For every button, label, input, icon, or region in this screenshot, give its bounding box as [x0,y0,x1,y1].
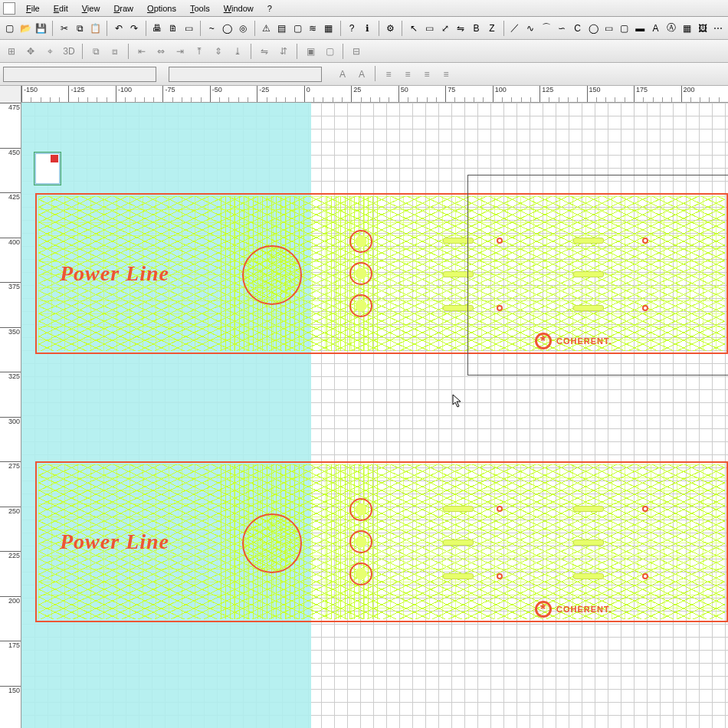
ruler-v-tick: 200 [0,596,21,605]
ruler-v-tick: 175 [0,641,21,649]
ruler-h-tick: 75 [445,86,455,102]
ellipse-icon[interactable]: ◯ [586,20,599,37]
select-icon[interactable]: ▭ [422,20,435,37]
redo-icon[interactable]: ↷ [127,20,140,37]
design-object[interactable]: Power LineCOHERENT. [35,461,728,622]
layer-combo[interactable] [3,67,156,82]
print-preview-icon[interactable]: 🗎 [166,20,179,37]
gear-icon[interactable]: ⚙ [384,20,397,37]
menu-view[interactable]: View [76,2,107,15]
menu-options[interactable]: Options [141,2,182,15]
align-m-icon: ⇕ [210,43,227,60]
polyline-icon[interactable]: ∿ [524,20,537,37]
small-circle [349,230,372,253]
separator [254,21,255,36]
ruler-h-tick: 25 [351,86,361,102]
separator [343,44,343,59]
menu-?[interactable]: ? [261,2,278,15]
box-icon[interactable]: ▢ [290,20,303,37]
help-icon[interactable]: ? [345,20,358,37]
ruler-h-tick: -50 [210,86,222,102]
align-c-icon: ⇔ [152,43,169,60]
center-icon: ✥ [22,43,39,60]
menu-draw[interactable]: Draw [107,2,139,15]
line-icon[interactable]: ／ [508,20,521,37]
align-right-icon: ≡ [418,66,435,83]
rect-icon[interactable]: ▭ [602,20,615,37]
cut-icon[interactable]: ✂ [57,20,71,37]
ruler-v-tick: 400 [0,238,21,246]
c-icon[interactable]: C [571,20,584,37]
target-icon[interactable]: ◎ [236,20,249,37]
small-circle [349,562,372,585]
design-label: Power Line [60,530,169,554]
flip-v-icon: ⇵ [275,43,292,60]
fontsize-down-icon: A [334,66,351,83]
canvas[interactable]: Power LineCOHERENT.Power LineCOHERENT. [21,103,728,728]
bold-icon[interactable]: B [470,20,483,37]
separator [128,44,129,59]
small-circle [349,262,372,285]
separator [402,21,402,36]
more-icon[interactable]: ⋯ [712,20,725,37]
small-circle [349,294,372,317]
image-icon[interactable]: 🖼 [696,20,709,37]
pointer-icon[interactable]: ↖ [407,20,420,37]
separator [107,21,107,36]
circle-tool-icon[interactable]: ◯ [221,20,234,37]
fill-icon[interactable]: ▬ [634,20,647,37]
print-icon[interactable]: 🖶 [151,20,164,37]
page-icon[interactable]: ▭ [182,20,195,37]
separator [251,44,251,59]
new-icon[interactable]: ▢ [3,20,16,37]
separator [503,21,504,36]
info-icon[interactable]: ℹ [361,20,374,37]
small-circle [349,498,372,521]
ruler-horizontal[interactable]: -150-125-100-75-50-250255075100125150175… [21,86,728,102]
page-thumbnail[interactable] [34,152,61,185]
strike-icon[interactable]: Z [485,20,498,37]
grid-icon[interactable]: ▦ [322,20,335,37]
ruler-v-tick: 350 [0,327,21,336]
ruler-v-tick: 475 [0,103,21,111]
toolbar-text: AA≡≡≡≡ [0,63,728,86]
menu-window[interactable]: Window [218,2,260,15]
ruler-h-tick: -25 [257,86,269,102]
path-icon[interactable]: ~ [205,20,218,37]
table-icon[interactable]: ▦ [680,20,694,37]
ruler-h-tick: -75 [162,86,175,102]
anno-icon[interactable]: Ⓐ [664,20,677,37]
curve-icon[interactable]: ∽ [555,20,568,37]
menu-bar: FileEditViewDrawOptionsToolsWindow? [0,0,728,17]
ruler-v-tick: 275 [0,461,21,470]
open-icon[interactable]: 📂 [18,20,31,37]
font-combo[interactable] [169,67,322,82]
align-l-icon: ⇤ [133,43,150,60]
ruler-h-tick: 200 [681,86,695,102]
hole [497,506,503,512]
arc-icon[interactable]: ⌒ [539,20,553,37]
selection-rectangle [467,175,728,375]
undo-icon[interactable]: ↶ [112,20,125,37]
flip-icon[interactable]: ⇋ [454,20,467,37]
wave-icon[interactable]: ≋ [307,20,320,37]
ungroup-icon: ⧈ [107,43,123,60]
copy-icon[interactable]: ⧉ [73,20,86,37]
fontsize-up-icon: A [353,66,370,83]
ruler-v-tick: 250 [0,507,21,515]
text-icon[interactable]: A [649,20,662,37]
layers-icon[interactable]: ▤ [275,20,288,37]
paste-icon[interactable]: 📋 [89,20,102,37]
warn-icon[interactable]: ⚠ [260,20,273,37]
dist-icon: ⊟ [348,43,365,60]
menu-file[interactable]: File [20,2,46,15]
resize-icon[interactable]: ⤢ [438,20,451,37]
menu-tools[interactable]: Tools [184,2,216,15]
separator [297,44,297,59]
design-label: Power Line [60,261,169,286]
toolbar-standard: ▢📂💾✂⧉📋↶↷🖶🗎▭~◯◎⚠▤▢≋▦?ℹ⚙↖▭⤢⇋BZ／∿⌒∽C◯▭▢▬AⒶ▦… [0,17,728,40]
save-icon[interactable]: 💾 [34,20,48,37]
ruler-vertical[interactable]: 4754504254003753503253002752502252001751… [0,103,21,728]
rrect-icon[interactable]: ▢ [618,20,631,37]
menu-edit[interactable]: Edit [48,2,74,15]
